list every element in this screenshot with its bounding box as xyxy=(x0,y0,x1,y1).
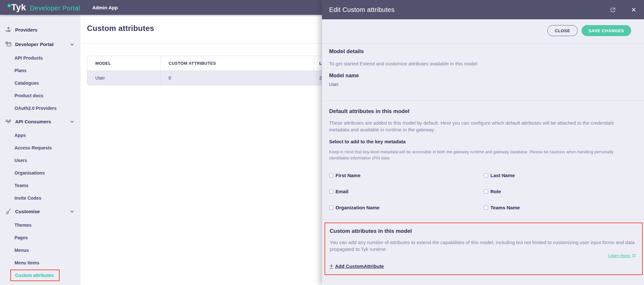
provider-hand-icon xyxy=(4,26,13,34)
model-details-section: Model details To get started Extend and … xyxy=(322,44,644,87)
sidebar-item-themes[interactable]: Themes xyxy=(0,219,80,231)
sidebar-item-menu-items[interactable]: Menu Items xyxy=(0,256,80,269)
sidebar-item-invite-codes[interactable]: Invite Codes xyxy=(0,192,80,204)
default-attributes-description: These attributes are added to this model… xyxy=(329,119,630,133)
checkbox-role[interactable]: Role xyxy=(484,189,630,194)
cell-custom-attributes-count: 0 xyxy=(160,71,314,85)
checkbox-organization-name[interactable]: Organization Name xyxy=(329,205,484,210)
checkbox-icon[interactable] xyxy=(329,189,333,194)
model-name-label: Model name xyxy=(329,73,630,79)
checkbox-email[interactable]: Email xyxy=(329,189,484,194)
panel-header: Edit Custom attributes ✕ xyxy=(322,0,644,19)
panel-body: CLOSE SAVE CHANGES Model details To get … xyxy=(322,19,644,285)
learn-more-link[interactable]: Learn more. xyxy=(608,253,631,258)
model-details-heading: Model details xyxy=(329,48,630,55)
sidebar-label-developer-portal: Developer Portal xyxy=(15,42,53,47)
edit-panel: Edit Custom attributes ✕ CLOSE SAVE CHAN… xyxy=(322,0,644,285)
people-icon xyxy=(4,118,13,126)
checkbox-first-name[interactable]: First Name xyxy=(329,173,484,178)
sidebar-item-apps[interactable]: Apps xyxy=(0,129,80,141)
sidebar-item-menus[interactable]: Menus xyxy=(0,244,80,256)
sidebar-item-product-docs[interactable]: Product docs xyxy=(0,89,80,102)
default-attributes-section: Default attributes in this model These a… xyxy=(322,108,644,210)
sidebar-label-api-consumers: API Consumers xyxy=(15,119,51,124)
cell-model: User xyxy=(87,71,160,85)
plus-icon: + xyxy=(330,263,333,269)
sidebar-label-providers: Providers xyxy=(15,27,37,33)
custom-attributes-section-annotated: Custom attributes in this model You can … xyxy=(325,223,643,275)
sidebar-item-teams[interactable]: Teams xyxy=(0,179,80,192)
chevron-down-icon xyxy=(70,43,74,46)
chevron-down-icon xyxy=(70,120,74,123)
pii-note: Keep in mind that key-level metadata wil… xyxy=(329,149,630,161)
default-attributes-checkbox-grid: First Name Last Name Email Role Organiza… xyxy=(329,173,630,210)
sidebar-item-pages[interactable]: Pages xyxy=(0,231,80,244)
brand-name: Tyk xyxy=(11,3,26,12)
tyk-logo[interactable]: Tyk Developer Portal xyxy=(8,3,80,12)
sidebar-section-developer-portal[interactable]: Developer Portal xyxy=(0,37,80,52)
default-attributes-heading: Default attributes in this model xyxy=(329,108,630,115)
model-name-value: User xyxy=(329,82,630,87)
annotation-red-box: Custom attributes xyxy=(10,270,60,281)
sidebar-item-organisations[interactable]: Organisations xyxy=(0,166,80,179)
close-button[interactable]: CLOSE xyxy=(547,25,578,36)
sidebar-item-oauth-providers[interactable]: OAuth2.0 Providers xyxy=(0,102,80,114)
column-custom-attributes: CUSTOM ATTRIBUTES xyxy=(160,56,314,71)
sidebar-item-access-requests[interactable]: Access Requests xyxy=(0,141,80,154)
paintbrush-icon xyxy=(4,207,13,216)
model-details-description: To get started Extend and customize attr… xyxy=(329,60,630,67)
checkbox-icon[interactable] xyxy=(484,173,488,177)
sidebar-section-api-consumers[interactable]: API Consumers xyxy=(0,114,80,129)
admin-app-label: Admin App xyxy=(92,5,118,10)
panel-divider xyxy=(322,100,644,101)
column-model: MODEL xyxy=(87,56,160,71)
checkbox-icon[interactable] xyxy=(329,173,333,177)
checkbox-last-name[interactable]: Last Name xyxy=(484,173,630,178)
open-in-new-window-icon[interactable] xyxy=(610,7,616,13)
panel-title: Edit Custom attributes xyxy=(329,6,394,14)
brand-suffix: Developer Portal xyxy=(30,5,80,12)
checkbox-teams-name[interactable]: Teams Name xyxy=(484,205,630,210)
checkbox-icon[interactable] xyxy=(484,205,488,210)
browser-gear-icon xyxy=(4,40,13,49)
sidebar-section-customise[interactable]: Customise xyxy=(0,204,80,219)
sidebar-item-api-products[interactable]: API Products xyxy=(0,52,80,64)
key-metadata-heading: Select to add to the key metadata xyxy=(329,139,630,144)
chevron-down-icon xyxy=(70,210,74,213)
tyk-logo-dot-icon xyxy=(8,4,11,7)
custom-attributes-heading: Custom attributes in this model xyxy=(330,228,636,235)
panel-divider xyxy=(322,219,644,220)
sidebar-item-catalogues[interactable]: Catalogues xyxy=(0,77,80,89)
add-custom-attribute-button[interactable]: + Add CustomAttribute xyxy=(330,263,384,269)
custom-attributes-description: You can add any number of attributes to … xyxy=(330,239,636,252)
external-link-icon xyxy=(632,254,636,257)
sidebar: Providers Developer Portal API Products … xyxy=(0,15,80,285)
sidebar-section-providers[interactable]: Providers xyxy=(0,23,80,37)
checkbox-icon[interactable] xyxy=(484,189,488,194)
sidebar-item-custom-attributes[interactable]: Custom attributes xyxy=(0,269,80,281)
checkbox-icon[interactable] xyxy=(329,205,333,210)
sidebar-label-customise: Customise xyxy=(15,209,40,214)
sidebar-item-plans[interactable]: Plans xyxy=(0,64,80,77)
sidebar-item-users[interactable]: Users xyxy=(0,154,80,166)
close-icon[interactable]: ✕ xyxy=(631,7,636,13)
save-changes-button[interactable]: SAVE CHANGES xyxy=(582,25,631,36)
